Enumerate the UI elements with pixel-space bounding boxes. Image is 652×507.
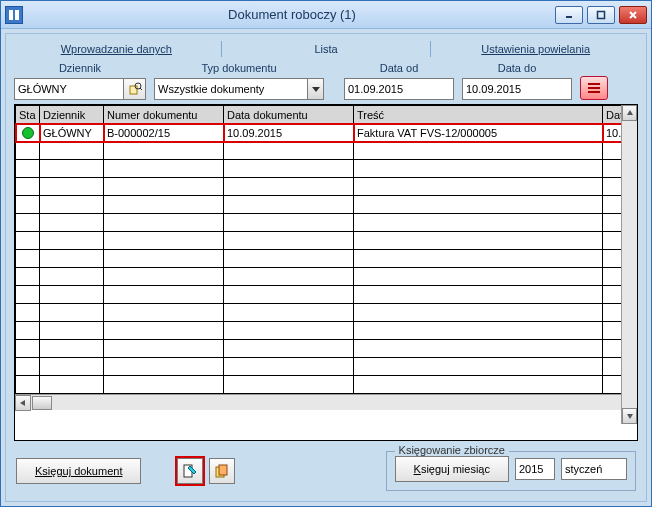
svg-rect-3: [598, 11, 605, 18]
batch-fieldset: Księgowanie zbiorcze Księguj miesiąc: [386, 451, 636, 491]
svg-rect-21: [219, 465, 227, 475]
month-input[interactable]: [565, 459, 623, 479]
edit-icon-button[interactable]: [177, 458, 203, 484]
table-row[interactable]: [16, 142, 637, 160]
status-dot-icon: [22, 127, 34, 139]
svg-marker-14: [627, 110, 633, 115]
client-area: Wprowadzanie danych Lista Ustawienia pow…: [5, 33, 647, 502]
filter-data-od: Data od: [344, 62, 454, 100]
table-row[interactable]: [16, 268, 637, 286]
window-title: Dokument roboczy (1): [29, 7, 555, 22]
scroll-track[interactable]: [622, 121, 637, 408]
svg-rect-1: [15, 10, 19, 20]
table-row[interactable]: [16, 196, 637, 214]
ksieguj-miesiac-button[interactable]: Księguj miesiąc: [395, 456, 509, 482]
svg-marker-9: [312, 87, 320, 92]
window-buttons: [555, 6, 647, 24]
tab-settings[interactable]: Ustawienia powielania: [431, 38, 640, 60]
filter-typ-input[interactable]: [158, 79, 304, 99]
col-tresc[interactable]: Treść: [354, 106, 603, 124]
filter-typ-dropdown[interactable]: [308, 78, 324, 100]
filter-typ: Typ dokumentu: [154, 62, 324, 100]
tab-bar: Wprowadzanie danych Lista Ustawienia pow…: [12, 38, 640, 60]
col-data-dok[interactable]: Data dokumentu: [224, 106, 354, 124]
batch-legend: Księgowanie zbiorcze: [395, 444, 509, 456]
tab-list[interactable]: Lista: [222, 38, 431, 60]
filter-data-do: Data do: [462, 62, 572, 100]
year-select: [515, 458, 555, 480]
copy-icon-button[interactable]: [209, 458, 235, 484]
grid-table: Sta Dziennik Numer dokumentu Data dokume…: [15, 105, 637, 394]
bottom-bar: Księguj dokument Księgowanie zbiorcze Ks…: [6, 445, 646, 501]
filter-bar: Dziennik Typ dokumentu Data od: [6, 62, 646, 104]
svg-marker-15: [627, 414, 633, 419]
scroll-left-icon[interactable]: [15, 395, 31, 411]
window: Dokument roboczy (1) Wprowadzanie danych…: [0, 0, 652, 507]
refresh-button[interactable]: [580, 76, 608, 100]
col-numer[interactable]: Numer dokumentu: [104, 106, 224, 124]
table-row[interactable]: [16, 178, 637, 196]
col-dziennik[interactable]: Dziennik: [40, 106, 104, 124]
cell-tresc: Faktura VAT FVS-12/000005: [354, 124, 603, 142]
month-select: [561, 458, 627, 480]
col-status[interactable]: Sta: [16, 106, 40, 124]
filter-dziennik-picker[interactable]: [124, 78, 146, 100]
grid-header-row: Sta Dziennik Numer dokumentu Data dokume…: [16, 106, 637, 124]
svg-line-8: [140, 88, 142, 90]
svg-rect-6: [130, 86, 137, 94]
table-row[interactable]: [16, 214, 637, 232]
cell-numer: B-000002/15: [104, 124, 224, 142]
table-row[interactable]: [16, 376, 637, 394]
horizontal-scrollbar[interactable]: [15, 394, 637, 410]
filter-data-od-label: Data od: [344, 62, 454, 78]
maximize-button[interactable]: [587, 6, 615, 24]
filter-dziennik-control: [14, 78, 146, 100]
vertical-scrollbar[interactable]: [621, 105, 637, 424]
tab-input[interactable]: Wprowadzanie danych: [12, 38, 221, 60]
filter-data-do-label: Data do: [462, 62, 572, 78]
app-icon: [5, 6, 23, 24]
table-row[interactable]: [16, 232, 637, 250]
table-row[interactable]: [16, 286, 637, 304]
data-grid: Sta Dziennik Numer dokumentu Data dokume…: [14, 104, 638, 441]
table-row[interactable]: [16, 304, 637, 322]
table-row[interactable]: GŁÓWNYB-000002/1510.09.2015Faktura VAT F…: [16, 124, 637, 142]
svg-marker-16: [20, 400, 25, 406]
filter-dziennik: Dziennik: [14, 62, 146, 100]
filter-data-od-input[interactable]: [348, 79, 450, 99]
table-row[interactable]: [16, 358, 637, 376]
table-row[interactable]: [16, 322, 637, 340]
filter-dziennik-input[interactable]: [18, 79, 120, 99]
table-row[interactable]: [16, 160, 637, 178]
cell-dziennik: GŁÓWNY: [40, 124, 104, 142]
filter-typ-control: [154, 78, 324, 100]
filter-dziennik-label: Dziennik: [14, 62, 146, 78]
scroll-down-icon[interactable]: [622, 408, 637, 424]
year-input[interactable]: [519, 459, 551, 479]
table-row[interactable]: [16, 340, 637, 358]
titlebar: Dokument roboczy (1): [1, 1, 651, 29]
filter-data-do-input[interactable]: [466, 79, 568, 99]
scroll-up-icon[interactable]: [622, 105, 637, 121]
table-row[interactable]: [16, 250, 637, 268]
cell-data-dok: 10.09.2015: [224, 124, 354, 142]
minimize-button[interactable]: [555, 6, 583, 24]
close-button[interactable]: [619, 6, 647, 24]
svg-rect-0: [9, 10, 13, 20]
ksieguj-dokument-button[interactable]: Księguj dokument: [16, 458, 141, 484]
scroll-track[interactable]: [52, 395, 621, 410]
filter-typ-label: Typ dokumentu: [154, 62, 324, 78]
scroll-thumb[interactable]: [32, 396, 52, 410]
